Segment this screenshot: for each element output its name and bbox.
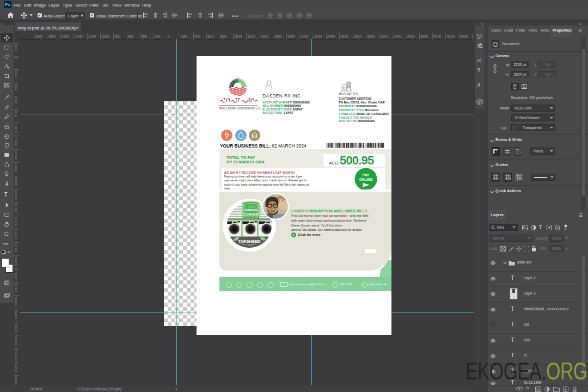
svg-text:PAY: PAY — [363, 173, 370, 177]
svg-text:عناية: عناية — [249, 206, 253, 208]
svg-text:TARSHEED: TARSHEED — [238, 239, 261, 244]
svg-text:ONLINE: ONLINE — [359, 177, 373, 181]
svg-text:CORNER: CORNER — [244, 212, 259, 216]
svg-text:GREEN: GREEN — [245, 208, 258, 212]
